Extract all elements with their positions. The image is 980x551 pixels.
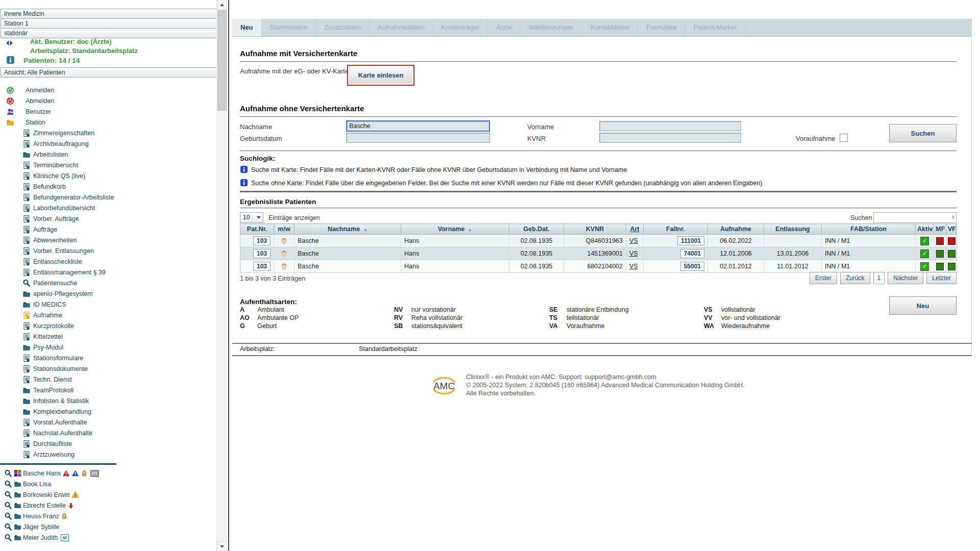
patient-row-book-lisa[interactable]: Book Lisa: [0, 479, 216, 489]
sidebar-item-abwesenheiten[interactable]: Abwesenheiten: [0, 235, 216, 245]
sidebar-item-entlasscheckliste[interactable]: Entlasscheckliste: [0, 256, 216, 267]
sidebar-item-aufnahme[interactable]: Aufnahme: [0, 310, 216, 320]
col-mw[interactable]: m/w: [274, 224, 295, 235]
aktiv-checkbox[interactable]: [920, 249, 929, 258]
tab-patient-marker[interactable]: Patient-Marker: [685, 19, 746, 36]
patnr-link[interactable]: 103: [253, 236, 271, 245]
col-gebdat[interactable]: Geb.Dat.: [509, 224, 564, 235]
sidebar-item-komplexbehandlung[interactable]: Komplexbehandlung: [0, 406, 216, 417]
col-fab-station[interactable]: FAB/Station: [822, 224, 916, 235]
col-aufnahme[interactable]: Aufnahme: [708, 224, 764, 235]
patnr-link[interactable]: 103: [253, 249, 271, 258]
karte-einlesen-button[interactable]: Karte einlesen: [347, 65, 414, 86]
collapse-arrows-icon[interactable]: [5, 39, 14, 47]
sidebar-item-vorber-entlassungen[interactable]: Vorber. Entlassungen: [0, 245, 216, 256]
table-row[interactable]: 103 Basche Hans 02.08.1935 Q846031963 VS…: [240, 235, 957, 247]
sidebar-item-arbeitslisten[interactable]: Arbeitslisten: [0, 149, 216, 160]
col-fallnr[interactable]: Fallnr.: [644, 224, 708, 235]
fallnr-link[interactable]: 55001: [680, 262, 704, 271]
page-size-select[interactable]: 10: [240, 212, 263, 223]
col-kvnr[interactable]: KVNR: [564, 224, 626, 235]
sidebar-item-befundgenerator[interactable]: Befundgenerator-Arbeitsliste: [0, 192, 216, 203]
sidebar-item-archivbeauftragung[interactable]: Archivbeauftragung: [0, 138, 216, 149]
sidebar-item-abmelden[interactable]: Abmelden: [0, 95, 216, 106]
col-art[interactable]: Art: [626, 224, 644, 235]
pagination-current-page[interactable]: 1: [873, 272, 885, 284]
sidebar-item-id-medics[interactable]: ID MEDICS: [0, 299, 216, 310]
patient-row-jaeger-sybille[interactable]: Jäger Sybille: [0, 521, 216, 532]
sidebar-item-teamprotokoll[interactable]: TeamProtokoll: [0, 385, 216, 395]
col-aktiv[interactable]: Aktiv: [916, 224, 934, 235]
art-link[interactable]: VS: [629, 237, 638, 244]
tab-neu[interactable]: Neu: [232, 19, 262, 36]
col-mf[interactable]: MF: [934, 224, 946, 235]
sidebar-item-durchlaufliste[interactable]: Durchlaufliste: [0, 438, 216, 449]
sidebar-item-arztzuweisung[interactable]: Arztzuweisung: [0, 449, 216, 460]
sidebar-item-zimmereigenschaften[interactable]: Zimmereigenschaften: [0, 128, 216, 138]
scroll-down-icon[interactable]: [217, 541, 227, 551]
sidebar-item-apenio[interactable]: apenio-Pflegesystem: [0, 288, 216, 299]
col-nachname[interactable]: Nachname▲: [295, 224, 401, 235]
sidebar-item-laborbefunduebersicht[interactable]: Laborbefundübersicht: [0, 203, 216, 213]
sidebar-item-anmelden[interactable]: Anmelden: [0, 85, 216, 95]
pagination-last[interactable]: Letzter: [926, 272, 957, 284]
sidebar-item-nachstat-aufenthalte[interactable]: Nachstat.Aufenthalte: [0, 428, 216, 438]
neu-button[interactable]: Neu: [889, 296, 957, 315]
sidebar-item-station[interactable]: Station: [0, 117, 216, 128]
sidebar-item-stationsdokumente[interactable]: Stationsdokumente: [0, 363, 216, 374]
sidebar-item-stationsformulare[interactable]: Stationsformulare: [0, 353, 216, 363]
col-patnr[interactable]: Pat.Nr.: [240, 224, 274, 235]
geburtsdatum-input[interactable]: [346, 133, 490, 143]
col-vf[interactable]: VF: [946, 224, 957, 235]
table-row[interactable]: 103 Basche Hans 02.08.1935 6802104002 VS…: [240, 260, 957, 273]
sidebar-item-terminuebersicht[interactable]: Terminübersicht: [0, 160, 216, 170]
patient-row-basche-hans[interactable]: Basche Hans P1: [0, 468, 216, 479]
clear-search-icon[interactable]: x: [952, 214, 954, 220]
table-row[interactable]: 103 Basche Hans 02.08.1935 1451369001 VS…: [240, 247, 957, 260]
suchen-button[interactable]: Suchen: [889, 124, 957, 142]
tab-kostentraeger[interactable]: Kostenträger: [433, 19, 488, 36]
voraufnahme-checkbox[interactable]: [840, 134, 848, 142]
tab-zusatzdaten[interactable]: Zusatzdaten: [316, 19, 370, 36]
sidebar-item-auftraege[interactable]: Aufträge: [0, 224, 216, 235]
patient-row-ebrecht-estelle[interactable]: Ebrecht Estelle: [0, 500, 216, 511]
patient-row-heuss-franz[interactable]: Heuss Franz: [0, 511, 216, 521]
sidebar-item-patientensuche[interactable]: Patientensuche: [0, 278, 216, 288]
patient-row-meier-judith[interactable]: Meier Judith M: [0, 532, 216, 543]
kvnr-input[interactable]: [599, 133, 741, 143]
station-select[interactable]: Station 1: [1, 18, 224, 29]
tab-formulare[interactable]: Formulare: [638, 19, 685, 36]
sidebar-scrollbar[interactable]: [216, 0, 227, 551]
col-entlassung[interactable]: Entlassung: [764, 224, 822, 235]
col-vorname[interactable]: Vorname▲: [401, 224, 509, 235]
sidebar-item-infolisten[interactable]: Infolisten & Statistik: [0, 395, 216, 406]
art-link[interactable]: VS: [629, 263, 638, 270]
aktiv-checkbox[interactable]: [920, 262, 929, 271]
vorname-input[interactable]: [599, 121, 741, 131]
art-link[interactable]: VS: [629, 250, 638, 257]
view-select[interactable]: Ansicht: Alle Patienten: [1, 67, 224, 78]
sidebar-item-techn-dienst[interactable]: Techn. Dienst: [0, 374, 216, 385]
sidebar-item-vorstat-aufenthalte[interactable]: Vorstat.Aufenthalte: [0, 417, 216, 428]
tab-stammdaten[interactable]: Stammdaten: [262, 19, 316, 36]
patnr-link[interactable]: 103: [253, 262, 271, 271]
sidebar-item-kittelzettel[interactable]: Kittelzettel: [0, 331, 216, 342]
fallnr-link[interactable]: 74001: [680, 249, 704, 258]
pagination-first[interactable]: Erster: [810, 272, 837, 284]
aktiv-checkbox[interactable]: [920, 237, 929, 245]
patient-row-borkowski-erwin[interactable]: Borkowski Erwin: [0, 489, 216, 500]
case-type-select[interactable]: stationär: [1, 28, 224, 38]
tab-kontaktdaten[interactable]: Kontaktdaten: [582, 19, 639, 36]
nachname-input[interactable]: [346, 120, 490, 132]
sidebar-item-benutzer[interactable]: Benutzer: [0, 106, 216, 117]
sidebar-item-kurzprotokolle[interactable]: Kurzprotokolle: [0, 320, 216, 331]
pagination-prev[interactable]: Zurück: [840, 272, 870, 284]
sidebar-item-entlassmanagement[interactable]: Entlassmanagement § 39: [0, 267, 216, 278]
pagination-next[interactable]: Nächster: [888, 272, 923, 284]
sidebar-item-vorber-auftraege[interactable]: Vorber. Aufträge: [0, 213, 216, 224]
fallnr-link[interactable]: 111001: [677, 236, 704, 245]
quick-search-input[interactable]: x: [873, 212, 957, 223]
department-select[interactable]: Innere Medizin: [1, 9, 224, 19]
tab-wahlleistungen[interactable]: Wahlleistungen: [520, 19, 582, 36]
sidebar-item-klinische-qs[interactable]: Klinische QS (live): [0, 170, 216, 181]
